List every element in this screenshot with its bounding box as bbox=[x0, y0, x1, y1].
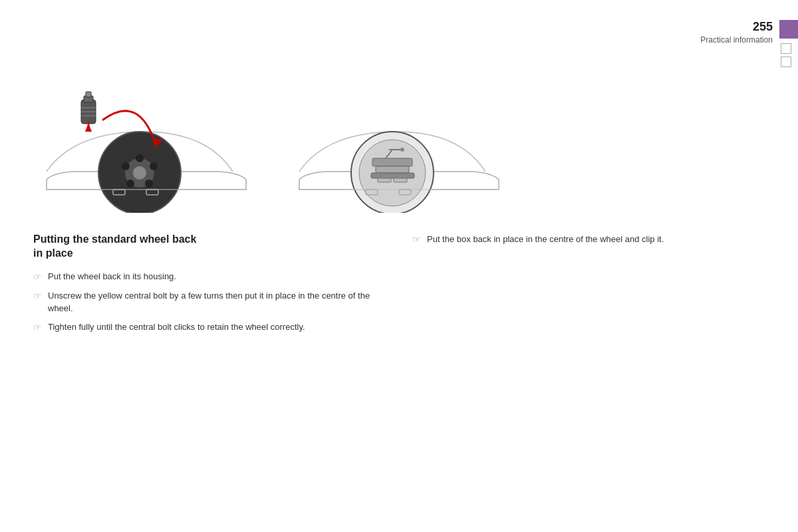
svg-rect-25 bbox=[378, 178, 391, 182]
list-item: ☞ Put the wheel back in its housing. bbox=[33, 270, 386, 284]
text-section: Putting the standard wheel back in place… bbox=[33, 233, 765, 340]
svg-rect-13 bbox=[86, 92, 91, 97]
left-bullet-list: ☞ Put the wheel back in its housing. ☞ U… bbox=[33, 270, 386, 334]
side-marker-2 bbox=[781, 57, 791, 67]
illustration-wheel-placement bbox=[33, 80, 259, 213]
side-markers bbox=[781, 43, 791, 67]
right-text-column: ☞ Put the box back in place in the centr… bbox=[412, 233, 765, 340]
svg-rect-23 bbox=[376, 166, 409, 173]
right-bullet-list: ☞ Put the box back in place in the centr… bbox=[412, 233, 765, 247]
section-heading: Putting the standard wheel back in place bbox=[33, 233, 386, 261]
page-number: 255 bbox=[700, 20, 773, 35]
list-item: ☞ Put the box back in place in the centr… bbox=[412, 233, 765, 247]
svg-rect-26 bbox=[394, 178, 407, 182]
bullet-icon: ☞ bbox=[33, 289, 45, 303]
list-item: ☞ Tighten fully until the central bolt c… bbox=[33, 321, 386, 334]
page-header-text: 255 Practical information bbox=[700, 20, 779, 45]
illustration-box-placement bbox=[286, 80, 512, 213]
svg-point-3 bbox=[136, 154, 144, 162]
bullet-icon: ☞ bbox=[33, 270, 45, 284]
svg-rect-22 bbox=[372, 158, 412, 166]
list-item: ☞ Unscrew the yellow central bolt by a f… bbox=[33, 289, 386, 315]
page-header: 255 Practical information bbox=[700, 20, 798, 45]
svg-point-7 bbox=[122, 162, 130, 170]
side-marker-1 bbox=[781, 43, 791, 54]
svg-point-29 bbox=[400, 148, 404, 152]
page-subtitle: Practical information bbox=[700, 35, 773, 45]
bullet-icon: ☞ bbox=[33, 321, 45, 334]
bullet-icon: ☞ bbox=[412, 233, 424, 247]
svg-point-4 bbox=[150, 162, 158, 170]
svg-point-6 bbox=[126, 180, 134, 188]
main-content: Putting the standard wheel back in place… bbox=[33, 80, 765, 340]
svg-point-5 bbox=[145, 180, 153, 188]
svg-point-2 bbox=[133, 166, 146, 180]
svg-rect-24 bbox=[371, 173, 414, 178]
purple-tab bbox=[779, 20, 798, 39]
illustrations-row bbox=[33, 80, 765, 213]
left-text-column: Putting the standard wheel back in place… bbox=[33, 233, 386, 340]
